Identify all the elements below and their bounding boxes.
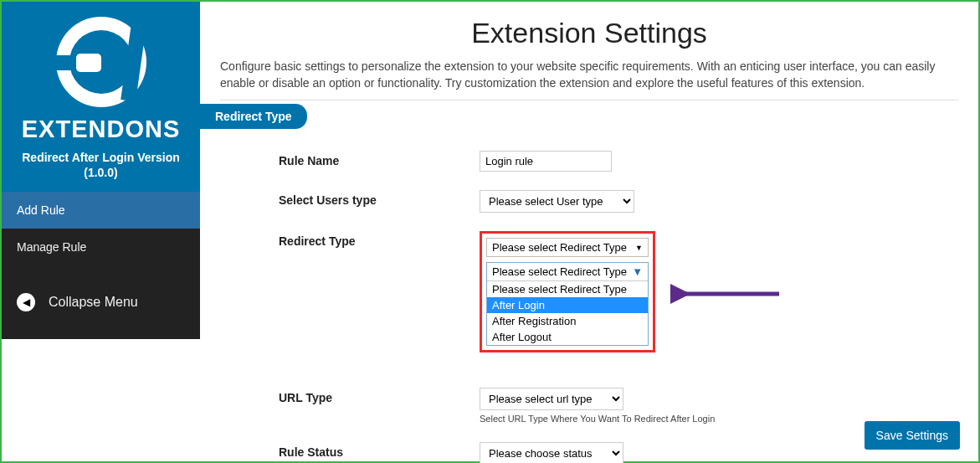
url-type-help: Select URL Type Where You Want To Redire… — [480, 414, 715, 424]
users-type-label: Select Users type — [279, 190, 480, 207]
svg-rect-3 — [76, 54, 101, 72]
redirect-type-option-after-registration[interactable]: After Registration — [487, 313, 648, 329]
main-content: Extension Settings Configure basic setti… — [200, 2, 978, 461]
rule-status-select[interactable]: Please choose status — [480, 442, 623, 463]
redirect-type-option[interactable]: Please select Redirect Type — [487, 281, 648, 297]
annotation-arrow — [670, 281, 788, 306]
page-title: Extension Settings — [220, 17, 958, 49]
redirect-type-option-after-logout[interactable]: After Logout — [487, 329, 648, 345]
brand-header: EXTENDONS Redirect After Login Version (… — [2, 2, 200, 192]
redirect-type-select-open: Please select Redirect Type ▼ Please sel… — [486, 262, 649, 346]
redirect-type-label: Redirect Type — [279, 231, 480, 248]
redirect-type-open-header[interactable]: Please select Redirect Type ▼ — [487, 263, 648, 281]
redirect-type-select-collapsed[interactable]: Please select Redirect Type ▼ — [486, 238, 649, 257]
sidebar-item-manage-rule[interactable]: Manage Rule — [2, 229, 200, 265]
url-type-label: URL Type — [279, 388, 480, 404]
collapse-icon: ◀ — [17, 293, 35, 311]
redirect-type-option-after-login[interactable]: After Login — [487, 297, 648, 313]
sidebar-item-add-rule[interactable]: Add Rule — [2, 192, 200, 229]
brand-name: EXTENDONS — [22, 116, 180, 143]
brand-subtitle: Redirect After Login Version (1.0.0) — [22, 150, 180, 180]
rule-status-label: Rule Status — [279, 442, 480, 459]
sidebar: EXTENDONS Redirect After Login Version (… — [2, 2, 200, 461]
rule-name-label: Rule Name — [279, 151, 480, 167]
collapse-label: Collapse Menu — [49, 295, 138, 310]
chevron-down-icon: ▼ — [635, 244, 643, 252]
users-type-select[interactable]: Please select User type — [480, 190, 634, 213]
url-type-select[interactable]: Please select url type — [480, 388, 623, 410]
sidebar-item-label: Manage Rule — [17, 240, 86, 254]
page-description: Configure basic settings to personalize … — [220, 58, 958, 100]
rule-name-input[interactable] — [480, 151, 612, 172]
collapse-menu[interactable]: ◀ Collapse Menu — [2, 265, 200, 339]
settings-form: Rule Name Select Users type Please selec… — [220, 151, 958, 463]
redirect-type-highlight-box: Please select Redirect Type ▼ Please sel… — [480, 231, 655, 352]
redirect-type-placeholder: Please select Redirect Type — [492, 241, 627, 254]
tab-redirect-type[interactable]: Redirect Type — [200, 104, 307, 129]
brand-logo — [51, 12, 151, 112]
sidebar-item-label: Add Rule — [17, 203, 65, 217]
save-settings-button[interactable]: Save Settings — [865, 421, 960, 450]
chevron-down-icon: ▼ — [632, 265, 643, 278]
